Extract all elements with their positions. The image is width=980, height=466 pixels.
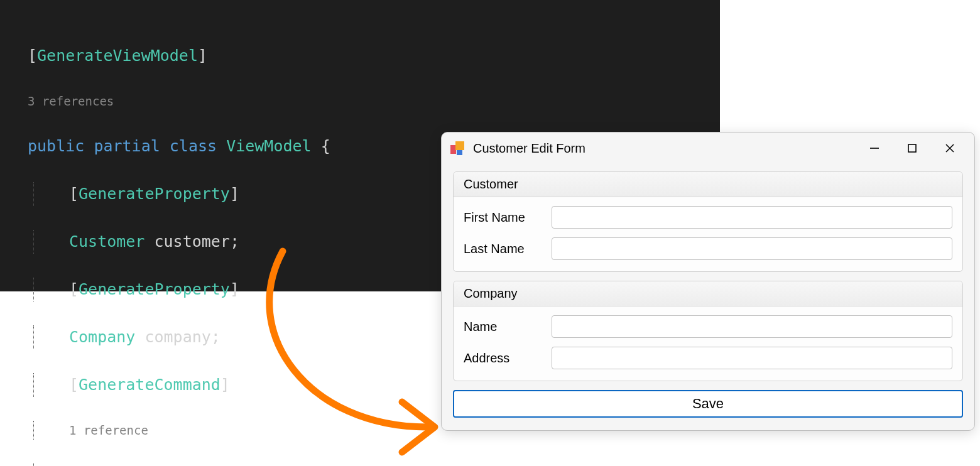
attribute: GenerateProperty: [79, 280, 230, 298]
window-title: Customer Edit Form: [473, 141, 868, 156]
keyword-class: class: [170, 137, 217, 155]
keyword-public: public: [28, 137, 84, 155]
first-name-input[interactable]: [552, 206, 952, 229]
last-name-input[interactable]: [552, 237, 952, 260]
save-button[interactable]: Save: [453, 390, 963, 418]
attribute: GenerateCommand: [79, 376, 220, 394]
codelens-references[interactable]: 3 references: [28, 92, 720, 111]
group-header: Company: [454, 281, 962, 306]
titlebar: Customer Edit Form: [442, 133, 974, 164]
maximize-button[interactable]: [905, 141, 919, 155]
field-name: company: [144, 328, 210, 346]
field-name: customer: [154, 232, 229, 251]
type-name: Company: [69, 328, 135, 346]
attribute: GenerateProperty: [79, 185, 230, 203]
label-company-name: Name: [464, 320, 552, 334]
class-name: ViewModel: [226, 137, 311, 155]
attribute: GenerateViewModel: [37, 46, 198, 65]
form-window: Customer Edit Form Customer First Name: [441, 132, 975, 431]
label-last-name: Last Name: [464, 242, 552, 256]
minimize-button[interactable]: [868, 141, 881, 155]
group-customer: Customer First Name Last Name: [453, 171, 963, 272]
company-name-input[interactable]: [552, 315, 952, 338]
group-header: Customer: [454, 172, 962, 197]
company-address-input[interactable]: [552, 347, 952, 369]
svg-rect-1: [908, 144, 916, 152]
app-icon: [450, 141, 464, 155]
label-company-address: Address: [464, 351, 552, 366]
keyword-partial: partial: [94, 137, 160, 155]
label-first-name: First Name: [464, 210, 552, 225]
type-name: Customer: [69, 232, 144, 251]
close-button[interactable]: [943, 141, 957, 155]
group-company: Company Name Address: [453, 281, 963, 381]
